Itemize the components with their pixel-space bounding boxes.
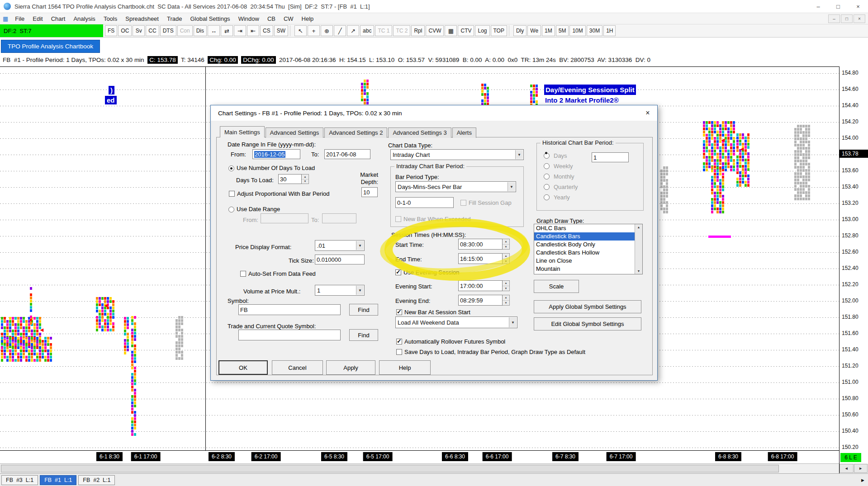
edit-global-settings-button[interactable]: Edit Global Symbol Settings [534, 317, 641, 330]
ok-button[interactable]: OK [218, 360, 268, 375]
toolbar-button-log[interactable]: Log [475, 25, 489, 36]
combo-arrow-icon[interactable]: ▼ [508, 182, 515, 191]
new-bar-session-checkbox[interactable] [396, 309, 402, 315]
menu-item-spreadsheet[interactable]: Spreadsheet [121, 14, 163, 24]
adjust-proportional-checkbox[interactable] [229, 191, 235, 197]
auto-set-checkbox[interactable] [240, 271, 246, 277]
spin-up-icon[interactable]: ▲ [503, 239, 509, 245]
mdi-minimize-icon[interactable]: – [828, 14, 840, 23]
graph-draw-listbox[interactable]: OHLC BarsCandlestick BarsCandlestick Bod… [534, 224, 643, 274]
scroll-to-end-icon[interactable]: ⇥ [234, 25, 246, 36]
toolbar-button-cc[interactable]: CC [146, 25, 159, 36]
use-date-range-radio[interactable] [228, 207, 234, 212]
toolbar-button-we[interactable]: We [527, 25, 541, 36]
toolbar-button-rpl[interactable]: Rpl [411, 25, 425, 36]
dialog-tab-alerts[interactable]: Alerts [452, 127, 476, 138]
dialog-title-bar[interactable]: Chart Settings - FB #1 - Profile Period:… [211, 105, 657, 121]
toolbar-button-abc[interactable]: abc [360, 25, 374, 36]
toolbar-button-fs[interactable]: FS [105, 25, 117, 36]
spin-up-icon[interactable]: ▲ [503, 254, 509, 259]
menu-item-file[interactable]: File [11, 14, 28, 24]
scale-button[interactable]: Scale [534, 280, 579, 293]
menu-item-analysis[interactable]: Analysis [69, 14, 99, 24]
chartbook-tab[interactable]: TPO Profile Analysis Chartbook [1, 40, 100, 53]
dialog-tab-advanced-settings[interactable]: Advanced Settings [266, 127, 323, 138]
apply-button[interactable]: Apply [326, 360, 375, 375]
spin-down-icon[interactable]: ▼ [302, 179, 308, 184]
toolbar-button-sw[interactable]: SW [274, 25, 288, 36]
auto-scale-icon[interactable]: ⇄ [221, 25, 233, 36]
tick-size-field[interactable]: 0.010000 [315, 255, 365, 264]
crosshair-tool-icon[interactable]: + [308, 25, 320, 36]
toolbar-button-ctv[interactable]: CTV [458, 25, 474, 36]
spin-down-icon[interactable]: ▼ [503, 259, 509, 264]
days-to-load-field[interactable]: 30 [278, 174, 302, 184]
chart-tab-fb-2-l-1[interactable]: FB #2 L:1 [78, 475, 115, 485]
combo-arrow-icon[interactable]: ▼ [356, 286, 364, 295]
historical-option-weekly[interactable]: Weekly [544, 161, 589, 171]
scroll-left-icon[interactable]: ◄ [840, 464, 854, 473]
menu-item-tools[interactable]: Tools [100, 14, 121, 24]
graph-option-line-on-close[interactable]: Line on Close [534, 257, 635, 265]
historical-option-yearly[interactable]: Yearly [544, 192, 589, 203]
toolbar-button-dts[interactable]: DTS [160, 25, 176, 36]
evening-start-spinner[interactable]: ▲▼ [503, 280, 510, 291]
dialog-tab-main-settings[interactable]: Main Settings [220, 126, 265, 137]
graph-option-candlestick-bars-hollow[interactable]: Candlestick Bars Hollow [534, 249, 635, 257]
symbol-find-button[interactable]: Find [349, 304, 378, 316]
end-time-spinner[interactable]: ▲▼ [503, 253, 510, 264]
historical-option-days[interactable]: Days [544, 151, 589, 161]
menu-item-edit[interactable]: Edit [28, 14, 47, 24]
expand-icon[interactable]: ► [860, 477, 865, 483]
historical-option-quarterly[interactable]: Quarterly [544, 182, 589, 192]
mdi-restore-icon[interactable]: □ [841, 14, 853, 23]
use-evening-session-checkbox[interactable] [395, 269, 401, 275]
start-time-spinner[interactable]: ▲▼ [503, 239, 510, 250]
start-time-field[interactable]: 08:30:00 [458, 239, 503, 250]
save-defaults-checkbox[interactable] [396, 349, 402, 355]
toolbar-button-1m[interactable]: 1M [542, 25, 555, 36]
scroll-down-icon[interactable]: ▼ [637, 269, 640, 273]
toolbar-button-sv[interactable]: Sv [133, 25, 145, 36]
minimize-icon[interactable]: – [808, 0, 828, 13]
graph-option-ohlc-bars[interactable]: OHLC Bars [534, 224, 635, 232]
range-from-field[interactable] [261, 213, 308, 223]
tpo-chart-icon[interactable]: ▦ [445, 25, 457, 36]
mdi-close-icon[interactable]: × [854, 14, 865, 23]
close-icon[interactable]: × [848, 0, 868, 13]
combo-arrow-icon[interactable]: ▼ [515, 150, 523, 159]
chart-tab-fb-1-l-1[interactable]: FB #1 L:1 [40, 475, 76, 485]
horizontal-scrollbar[interactable] [0, 463, 839, 473]
symbol-field[interactable]: FB [238, 304, 341, 315]
scroll-up-icon[interactable]: ▲ [637, 226, 640, 229]
days-to-load-spinner[interactable]: ▲▼ [302, 174, 309, 184]
toolbar-button-dis[interactable]: Dis [194, 25, 207, 36]
toolbar-button-30m[interactable]: 30M [587, 25, 602, 36]
toolbar-button-top[interactable]: TOP [491, 25, 507, 36]
toolbar-button-cvw[interactable]: CVW [426, 25, 444, 36]
toolbar-button-cs[interactable]: CS [260, 25, 273, 36]
graph-option-mountain[interactable]: Mountain [534, 265, 635, 273]
menu-item-cb[interactable]: CB [263, 14, 280, 24]
chart-data-type-combo[interactable]: Intraday Chart▼ [390, 149, 524, 160]
range-to-field[interactable] [322, 213, 356, 223]
fill-session-gap-checkbox[interactable] [460, 200, 466, 206]
date-from-field[interactable]: 2016-12-05 [252, 149, 300, 159]
maximize-icon[interactable]: □ [828, 0, 848, 13]
historical-option-monthly[interactable]: Monthly [544, 171, 589, 182]
scrollbar-thumb[interactable] [1, 465, 779, 472]
evening-end-field[interactable]: 08:29:59 [458, 295, 503, 306]
toolbar-button-5m[interactable]: 5M [556, 25, 569, 36]
new-bar-exceeded-checkbox[interactable] [395, 216, 401, 222]
spin-up-icon[interactable]: ▲ [302, 175, 308, 179]
weekend-data-combo[interactable]: Load All Weekend Data▼ [395, 316, 517, 328]
trade-symbol-find-button[interactable]: Find [349, 329, 378, 341]
help-button[interactable]: Help [379, 360, 431, 375]
menu-item-window[interactable]: Window [234, 14, 263, 24]
trade-symbol-field[interactable] [238, 330, 341, 340]
historical-days-field[interactable]: 1 [592, 152, 629, 162]
toolbar-button-oc[interactable]: OC [118, 25, 132, 36]
cancel-button[interactable]: Cancel [272, 360, 323, 375]
toolbar-button-10m[interactable]: 10M [569, 25, 585, 36]
menu-item-global-settings[interactable]: Global Settings [186, 14, 234, 24]
